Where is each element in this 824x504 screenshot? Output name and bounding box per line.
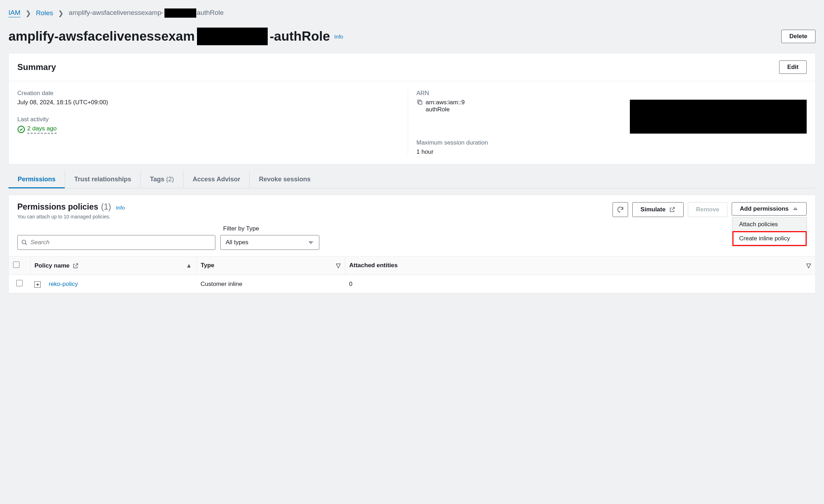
creation-date-label: Creation date <box>17 90 399 97</box>
policy-entities: 0 <box>345 275 815 293</box>
arn-label: ARN <box>417 90 799 97</box>
tab-revoke[interactable]: Revoke sessions <box>249 171 320 188</box>
tabs: Permissions Trust relationships Tags (2)… <box>8 171 816 188</box>
max-session-label: Maximum session duration <box>417 139 799 146</box>
col-type[interactable]: Type ▽ <box>196 257 345 275</box>
filter-type-select[interactable]: All types <box>220 235 319 250</box>
breadcrumb: IAM ❯ Roles ❯ amplify-awsfacelivenessexa… <box>8 0 816 21</box>
add-permissions-button[interactable]: Add permissions <box>732 202 807 216</box>
search-icon <box>21 239 28 246</box>
policies-table: Policy name ▲ Type ▽ Attached entities ▽… <box>9 256 815 293</box>
svg-rect-1 <box>419 101 422 104</box>
last-activity-value: 2 days ago <box>17 125 399 134</box>
max-session-value: 1 hour <box>417 148 799 156</box>
delete-button[interactable]: Delete <box>781 30 816 43</box>
select-all-checkbox[interactable] <box>13 262 19 268</box>
col-entities[interactable]: Attached entities ▽ <box>345 257 815 275</box>
menu-attach-policies[interactable]: Attach policies <box>733 217 806 232</box>
policies-panel: Permissions policies (1) Info You can at… <box>8 195 816 294</box>
redacted-block <box>197 28 268 45</box>
creation-date-value: July 08, 2024, 18:15 (UTC+09:00) <box>17 99 399 106</box>
tab-trust[interactable]: Trust relationships <box>65 171 140 188</box>
breadcrumb-iam[interactable]: IAM <box>8 9 21 17</box>
external-link-icon <box>72 263 79 269</box>
search-input-wrapper[interactable] <box>17 235 215 250</box>
col-policy-name[interactable]: Policy name ▲ <box>30 257 196 275</box>
external-link-icon <box>669 206 675 213</box>
filter-label: Filter by Type <box>223 225 807 232</box>
breadcrumb-current: amplify-awsfacelivenessexamp-authRole <box>69 8 224 18</box>
info-link[interactable]: Info <box>334 34 343 40</box>
check-circle-icon <box>17 125 25 133</box>
caret-up-icon <box>792 206 799 212</box>
sort-icon: ▽ <box>336 262 341 269</box>
search-input[interactable] <box>30 239 211 246</box>
page-title: amplify-awsfacelivenessexam-authRole Inf… <box>8 28 343 45</box>
caret-down-icon <box>308 239 314 246</box>
tab-access-advisor[interactable]: Access Advisor <box>183 171 249 188</box>
copy-icon[interactable] <box>417 99 423 105</box>
redacted-block <box>164 8 196 18</box>
expand-icon[interactable]: ＋ <box>34 281 41 288</box>
table-row: ＋ reko-policy Customer inline 0 <box>9 275 815 293</box>
info-link[interactable]: Info <box>116 205 125 211</box>
policy-type: Customer inline <box>196 275 345 293</box>
svg-point-2 <box>22 240 26 244</box>
sort-icon: ▽ <box>806 262 811 269</box>
redacted-block <box>630 100 807 134</box>
refresh-icon <box>616 206 624 213</box>
chevron-right-icon: ❯ <box>58 9 64 17</box>
chevron-right-icon: ❯ <box>25 9 31 17</box>
add-permissions-menu: Attach policies Create inline policy <box>732 217 807 246</box>
policies-subtitle: You can attach up to 10 managed policies… <box>17 214 125 219</box>
tab-tags[interactable]: Tags (2) <box>140 171 183 188</box>
refresh-button[interactable] <box>613 202 628 217</box>
policy-link[interactable]: reko-policy <box>49 281 78 287</box>
policies-title: Permissions policies <box>17 202 98 212</box>
sort-asc-icon: ▲ <box>186 262 192 269</box>
tab-permissions[interactable]: Permissions <box>8 171 65 188</box>
summary-title: Summary <box>17 62 56 72</box>
last-activity-label: Last activity <box>17 116 399 123</box>
simulate-button[interactable]: Simulate <box>632 202 684 217</box>
row-checkbox[interactable] <box>16 280 23 286</box>
breadcrumb-roles[interactable]: Roles <box>36 9 53 17</box>
policies-count: (1) <box>101 202 111 212</box>
summary-panel: Summary Edit Creation date July 08, 2024… <box>8 53 816 164</box>
remove-button[interactable]: Remove <box>688 202 727 217</box>
menu-create-inline-policy[interactable]: Create inline policy <box>733 232 806 246</box>
edit-button[interactable]: Edit <box>779 60 807 74</box>
